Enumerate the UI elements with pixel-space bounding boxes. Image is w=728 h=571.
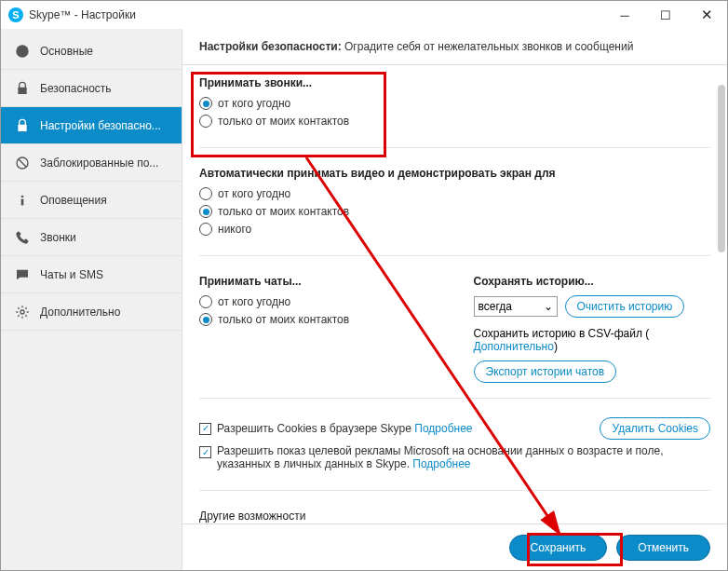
- radio-label: от кого угодно: [218, 187, 290, 200]
- sidebar-label: Оповещения: [40, 194, 107, 207]
- video-title: Автоматически принимать видео и демонстр…: [199, 167, 710, 180]
- calls-anyone-row[interactable]: от кого угодно: [199, 97, 710, 110]
- maximize-button[interactable]: ☐: [645, 1, 686, 29]
- window-title: Skype™ - Настройки: [29, 8, 604, 21]
- sidebar-item-blocked[interactable]: Заблокированные по...: [1, 144, 182, 182]
- sidebar-label: Основные: [40, 45, 93, 58]
- radio-label: от кого угодно: [218, 295, 290, 308]
- info-icon: [14, 192, 31, 209]
- radio-label: от кого угодно: [218, 97, 290, 110]
- select-value: всегда: [479, 300, 512, 313]
- radio-label: только от моих контактов: [218, 313, 349, 326]
- cancel-button[interactable]: Отменить: [616, 535, 710, 561]
- history-title: Сохранять историю...: [474, 275, 711, 288]
- svg-point-5: [20, 310, 24, 314]
- history-select[interactable]: всегда ⌄: [474, 296, 558, 317]
- content-header: Настройки безопасности: Оградите себя от…: [182, 29, 727, 65]
- radio-label: никого: [218, 223, 251, 236]
- sidebar-label: Чаты и SMS: [40, 268, 103, 281]
- csv-close: ): [554, 340, 558, 353]
- cookies-text: Разрешить Cookies в браузере Skype: [217, 422, 414, 435]
- svg-point-3: [21, 195, 24, 197]
- allow-cookies-row[interactable]: Разрешить Cookies в браузере Skype Подро…: [199, 422, 600, 435]
- chats-col: Принимать чаты... от кого угодно только …: [199, 275, 437, 383]
- radio-icon: [199, 187, 212, 200]
- sidebar-label: Дополнительно: [40, 306, 120, 319]
- chats-title: Принимать чаты...: [199, 275, 437, 288]
- footer: Сохранить Отменить: [182, 523, 727, 570]
- radio-label: только от моих контактов: [218, 205, 349, 218]
- sidebar-item-privacy[interactable]: Безопасность: [1, 70, 182, 107]
- csv-text: Сохранить историю в CSV-файл (: [474, 327, 650, 340]
- calls-group: Принимать звонки... от кого угодно тольк…: [199, 76, 710, 148]
- blocked-icon: [14, 155, 31, 171]
- ads-more-link[interactable]: Подробнее: [412, 457, 470, 470]
- gear-icon: [14, 304, 31, 320]
- svg-rect-4: [21, 198, 24, 205]
- sidebar-label: Заблокированные по...: [40, 156, 158, 170]
- sidebar-item-privacy-settings[interactable]: Настройки безопасно...: [1, 107, 182, 144]
- other-heading: Другие возможности: [199, 510, 710, 523]
- save-button[interactable]: Сохранить: [509, 535, 608, 561]
- allow-ads-row[interactable]: Разрешить показ целевой рекламы Microsof…: [199, 444, 710, 470]
- sidebar-item-advanced[interactable]: Дополнительно: [1, 293, 182, 331]
- sidebar-label: Безопасность: [40, 82, 112, 95]
- radio-icon: [199, 313, 212, 326]
- sidebar: Основные Безопасность Настройки безопасн…: [1, 29, 182, 570]
- sidebar-label: Звонки: [40, 231, 76, 244]
- sidebar-item-notifications[interactable]: Оповещения: [1, 182, 182, 219]
- chats-anyone-row[interactable]: от кого угодно: [199, 295, 437, 308]
- calls-contacts-row[interactable]: только от моих контактов: [199, 115, 710, 128]
- radio-icon: [199, 295, 212, 308]
- video-nobody-row[interactable]: никого: [199, 223, 710, 236]
- content: Настройки безопасности: Оградите себя от…: [182, 29, 727, 570]
- radio-icon: [199, 97, 212, 110]
- lock-icon: [14, 117, 31, 134]
- checkbox-icon: [199, 446, 211, 458]
- skype-logo-icon: S: [8, 7, 23, 22]
- lock-icon: [14, 80, 31, 97]
- header-rest: Оградите себя от нежелательных звонков и…: [342, 40, 634, 53]
- radio-icon: [199, 115, 212, 128]
- sidebar-item-calls[interactable]: Звонки: [1, 219, 182, 256]
- svg-line-2: [19, 159, 26, 167]
- sidebar-item-chats[interactable]: Чаты и SMS: [1, 256, 182, 293]
- sidebar-item-general[interactable]: Основные: [1, 33, 182, 70]
- cookies-group: Разрешить Cookies в браузере Skype Подро…: [199, 417, 710, 491]
- csv-advanced-link[interactable]: Дополнительно: [474, 340, 554, 353]
- export-chats-button[interactable]: Экспорт истории чатов: [474, 360, 617, 383]
- titlebar: S Skype™ - Настройки ─ ☐ ✕: [1, 1, 727, 29]
- phone-icon: [14, 229, 31, 246]
- calls-title: Принимать звонки...: [199, 76, 710, 89]
- chevron-down-icon: ⌄: [544, 300, 553, 313]
- video-anyone-row[interactable]: от кого угодно: [199, 187, 710, 200]
- chats-contacts-row[interactable]: только от моих контактов: [199, 313, 437, 326]
- svg-point-0: [16, 45, 28, 57]
- cookies-more-link[interactable]: Подробнее: [414, 422, 472, 435]
- delete-cookies-button[interactable]: Удалить Cookies: [600, 417, 710, 440]
- radio-icon: [199, 223, 212, 236]
- radio-label: только от моих контактов: [218, 115, 349, 128]
- video-group: Автоматически принимать видео и демонстр…: [199, 167, 710, 256]
- chats-history-group: Принимать чаты... от кого угодно только …: [199, 275, 710, 399]
- header-bold: Настройки безопасности:: [199, 40, 342, 53]
- other-group: Другие возможности ? Дополнительная инфо…: [199, 510, 710, 523]
- radio-icon: [199, 205, 212, 218]
- history-col: Сохранять историю... всегда ⌄ Очистить и…: [474, 275, 711, 383]
- close-button[interactable]: ✕: [686, 1, 727, 29]
- clear-history-button[interactable]: Очистить историю: [565, 295, 685, 318]
- content-body: Принимать звонки... от кого угодно тольк…: [182, 65, 727, 523]
- checkbox-icon: [199, 423, 211, 435]
- video-contacts-row[interactable]: только от моих контактов: [199, 205, 710, 218]
- skype-icon: [14, 43, 31, 60]
- scrollbar[interactable]: [718, 85, 725, 252]
- sidebar-label: Настройки безопасно...: [40, 119, 161, 132]
- minimize-button[interactable]: ─: [604, 1, 645, 29]
- chat-icon: [14, 266, 31, 283]
